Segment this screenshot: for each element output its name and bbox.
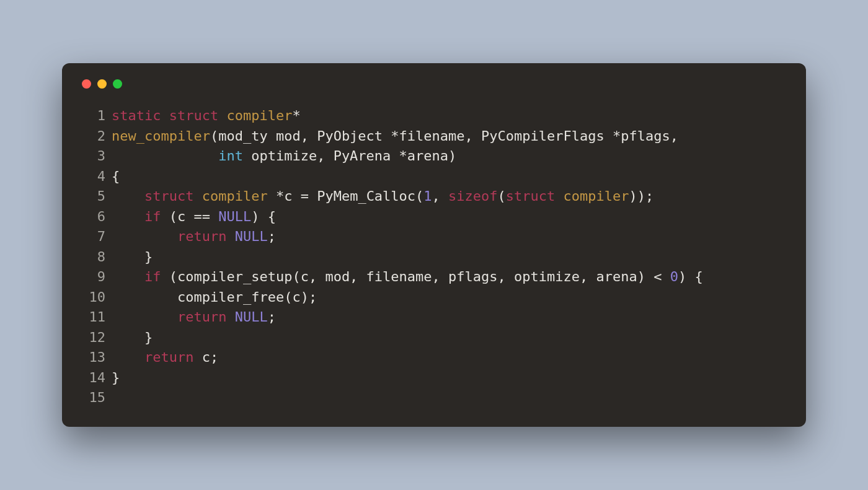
token-op (218, 108, 226, 123)
token-num: 1 (423, 188, 432, 204)
code-line: 9 if (compiler_setup(c, mod, filename, p… (81, 267, 787, 287)
code-content: struct compiler *c = PyMem_Calloc(1, siz… (112, 186, 787, 207)
code-line: 1static struct compiler* (81, 106, 787, 126)
code-line: 5 struct compiler *c = PyMem_Calloc(1, s… (81, 186, 787, 207)
line-number: 2 (81, 126, 105, 147)
code-window: 1static struct compiler*2new_compiler(mo… (62, 63, 806, 427)
token-kw: struct (506, 188, 555, 204)
line-number: 8 (81, 247, 105, 268)
token-op: ; (268, 229, 276, 244)
code-line: 2new_compiler(mod_ty mod, PyObject *file… (81, 126, 787, 147)
code-line: 13 return c; (81, 348, 787, 368)
token-op: * (292, 108, 300, 123)
token-kw: static (112, 108, 161, 123)
token-op (112, 309, 177, 325)
code-line: 11 return NULL; (81, 307, 787, 328)
code-content: if (compiler_setup(c, mod, filename, pfl… (112, 267, 787, 287)
token-typename: new_compiler (112, 128, 210, 144)
token-kw: struct (144, 188, 193, 204)
token-typename: compiler (226, 108, 292, 123)
token-op: } (112, 249, 153, 265)
code-content: int optimize, PyArena *arena) (112, 146, 787, 167)
token-op (112, 209, 144, 224)
line-number: 1 (81, 106, 105, 126)
code-content: static struct compiler* (112, 106, 787, 126)
line-number: 7 (81, 227, 105, 247)
code-content: new_compiler(mod_ty mod, PyObject *filen… (112, 126, 787, 147)
token-typename: compiler (564, 188, 629, 204)
token-kw: sizeof (448, 188, 497, 204)
token-op: { (112, 168, 120, 184)
token-kw: if (144, 269, 161, 284)
line-number: 13 (81, 348, 105, 368)
token-op: } (112, 330, 153, 345)
code-content: } (112, 247, 787, 268)
code-line: 6 if (c == NULL) { (81, 207, 787, 227)
token-kw: return (177, 309, 226, 325)
window-controls (82, 79, 787, 89)
token-op: (mod_ty mod, PyObject *filename, PyCompi… (210, 128, 678, 144)
token-op: (c == (161, 209, 218, 224)
token-op (112, 269, 144, 284)
token-typename: compiler (202, 188, 268, 204)
code-line: 4{ (81, 167, 787, 187)
token-op (193, 188, 202, 204)
code-content: compiler_free(c); (112, 287, 787, 308)
token-op: compiler_free(c); (112, 289, 317, 305)
code-line: 8 } (81, 247, 787, 268)
code-content: { (112, 167, 787, 187)
token-op (112, 229, 177, 244)
token-op (112, 148, 218, 164)
token-kw: if (144, 209, 161, 224)
token-op: , (432, 188, 449, 204)
token-kw: struct (169, 108, 218, 123)
token-op: ) { (678, 269, 703, 284)
token-const: NULL (218, 209, 251, 224)
token-op: ) { (251, 209, 276, 224)
code-content: return c; (112, 348, 787, 368)
code-content (112, 388, 787, 408)
token-num: 0 (670, 269, 678, 284)
zoom-icon[interactable] (113, 79, 122, 89)
token-op: c; (193, 349, 218, 365)
code-editor[interactable]: 1static struct compiler*2new_compiler(mo… (81, 106, 787, 408)
line-number: 4 (81, 167, 105, 187)
code-content: } (112, 328, 787, 348)
token-op: ( (498, 188, 506, 204)
code-content: return NULL; (112, 307, 787, 328)
token-op: )); (629, 188, 654, 204)
token-op: (compiler_setup(c, mod, filename, pflags… (161, 269, 670, 284)
token-op: optimize, PyArena *arena) (243, 148, 456, 164)
code-line: 10 compiler_free(c); (81, 287, 787, 308)
code-content: } (112, 368, 787, 388)
code-content: return NULL; (112, 227, 787, 247)
token-op (161, 108, 169, 123)
line-number: 5 (81, 186, 105, 207)
line-number: 11 (81, 307, 105, 328)
token-op: } (112, 370, 120, 385)
code-line: 7 return NULL; (81, 227, 787, 247)
line-number: 3 (81, 146, 105, 167)
line-number: 15 (81, 388, 105, 408)
token-op (555, 188, 563, 204)
line-number: 12 (81, 328, 105, 348)
line-number: 10 (81, 287, 105, 308)
token-op (112, 188, 144, 204)
token-op (226, 309, 234, 325)
close-icon[interactable] (82, 79, 91, 89)
token-kw: return (144, 349, 193, 365)
line-number: 14 (81, 368, 105, 388)
token-type: int (218, 148, 243, 164)
code-line: 14} (81, 368, 787, 388)
token-op (226, 229, 234, 244)
code-line: 15 (81, 388, 787, 408)
token-const: NULL (235, 309, 268, 325)
token-op (112, 349, 144, 365)
token-op: ; (268, 309, 276, 325)
token-op: *c = PyMem_Calloc( (268, 188, 424, 204)
code-line: 12 } (81, 328, 787, 348)
line-number: 9 (81, 267, 105, 287)
token-kw: return (177, 229, 226, 244)
token-const: NULL (235, 229, 268, 244)
minimize-icon[interactable] (97, 79, 107, 89)
